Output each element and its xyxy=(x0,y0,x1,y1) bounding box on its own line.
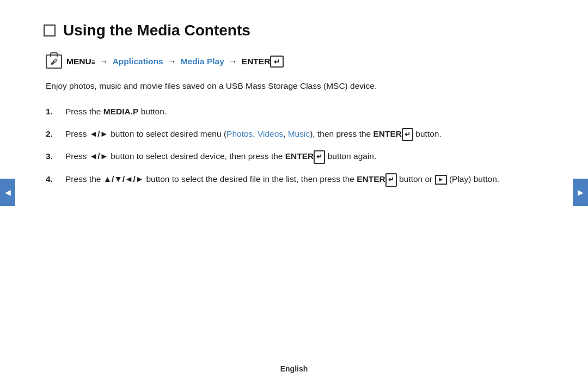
nav-left-button[interactable] xyxy=(0,179,15,206)
step-3-enter: ENTER↵ xyxy=(285,151,326,161)
page-container: Using the Media Contents 🖋 MENU≡ → Appli… xyxy=(0,0,588,384)
menu-path: 🖋 MENU≡ → Applications → Media Play → EN… xyxy=(44,54,544,69)
title-row: Using the Media Contents xyxy=(44,22,544,39)
photos-link: Photos xyxy=(226,129,253,138)
description: Enjoy photos, music and movie files save… xyxy=(44,80,544,93)
footer: English xyxy=(280,364,308,373)
step-4-dpad: ▲/▼/◄/► xyxy=(103,174,144,184)
step-4: 4. Press the ▲/▼/◄/► button to select th… xyxy=(46,173,544,187)
applications-link: Applications xyxy=(113,57,163,66)
enter-box: ↵ xyxy=(270,56,284,68)
arrow-1: → xyxy=(100,57,108,66)
videos-link: Videos xyxy=(258,129,283,138)
step-2-enter: ENTER↵ xyxy=(373,129,414,138)
step-1: 1. Press the MEDIA.P button. xyxy=(46,105,544,119)
menu-icon: 🖋 xyxy=(46,54,62,69)
step-1-num: 1. xyxy=(46,105,57,119)
checkbox-icon xyxy=(44,25,56,36)
enter-text: ENTER xyxy=(242,57,271,66)
step-3: 3. Press ◄/► button to select desired de… xyxy=(46,150,544,164)
page-title: Using the Media Contents xyxy=(63,22,250,39)
play-box: ► xyxy=(435,175,447,185)
enter-key: ENTER↵ xyxy=(242,56,284,68)
step-2-num: 2. xyxy=(46,127,57,141)
media-p-bold: MEDIA.P xyxy=(103,107,139,116)
step-3-content: Press ◄/► button to select desired devic… xyxy=(65,150,544,164)
menu-label: MENU≡ xyxy=(66,57,95,66)
step-4-num: 4. xyxy=(46,173,57,186)
arrow-2: → xyxy=(168,57,176,66)
step-2-dpad: ◄/► xyxy=(89,129,108,138)
step-4-content: Press the ▲/▼/◄/► button to select the d… xyxy=(65,173,544,187)
media-play-link: Media Play xyxy=(181,57,224,66)
steps-list: 1. Press the MEDIA.P button. 2. Press ◄/… xyxy=(44,105,544,187)
arrow-3: → xyxy=(229,57,237,66)
step-1-content: Press the MEDIA.P button. xyxy=(65,105,544,119)
music-link: Music xyxy=(288,129,310,138)
step-2: 2. Press ◄/► button to select desired me… xyxy=(46,127,544,142)
step-4-enter: ENTER↵ xyxy=(357,174,397,184)
step-3-dpad: ◄/► xyxy=(89,151,108,161)
step-3-num: 3. xyxy=(46,150,57,163)
step-2-content: Press ◄/► button to select desired menu … xyxy=(65,127,544,142)
nav-right-button[interactable] xyxy=(573,179,588,206)
